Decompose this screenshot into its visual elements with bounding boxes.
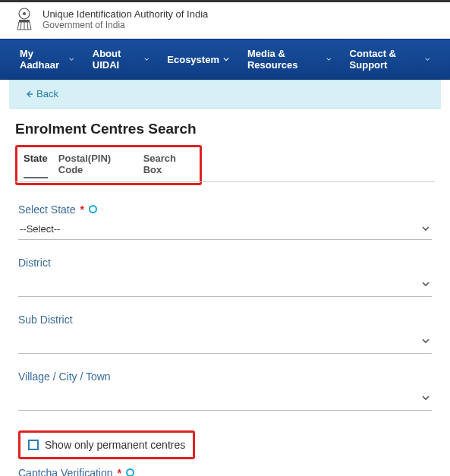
required-icon: * [118,467,121,477]
emblem-icon [14,7,35,31]
select-state[interactable]: --Select-- [18,219,432,240]
tab-pin-code[interactable]: Postal(PIN) Code [58,153,133,178]
svg-line-5 [27,22,28,30]
checkbox-label: Show only permanent centres [45,439,185,451]
site-header: Unique Identification Authority of India… [0,2,450,39]
arrow-left-icon [26,90,33,98]
chevron-down-icon [144,56,149,62]
back-link[interactable]: Back [26,88,58,99]
nav-my-aadhaar[interactable]: My Aadhaar [11,39,83,79]
label-text: Sub District [18,314,73,326]
required-icon: * [80,203,84,216]
select-subdistrict[interactable] [18,329,432,354]
svg-point-1 [23,12,26,15]
chevron-down-icon [326,56,332,62]
field-district: District [18,257,432,297]
chevron-down-icon [223,56,229,62]
select-district[interactable] [18,272,432,297]
chevron-down-icon [421,224,430,233]
help-icon[interactable] [89,205,97,213]
field-state: Select State * --Select-- [18,203,432,240]
nav-label: Contact & Support [350,48,422,71]
label-text: Select State [18,203,76,216]
chevron-down-icon [421,336,430,345]
chevron-down-icon [69,56,74,62]
page-title: Enrolment Centres Search [0,109,450,145]
nav-label: Media & Resources [247,48,323,71]
label-text: Village / City / Town [18,370,111,383]
select-vct[interactable] [18,386,432,411]
captcha-section: Captcha Verification * Type the charater… [18,467,432,477]
checkbox-icon [28,440,39,450]
permanent-highlight-box: Show only permanent centres [18,427,432,459]
chevron-down-icon [425,56,430,62]
nav-label: My Aadhaar [20,48,65,71]
svg-line-3 [20,22,21,30]
nav-ecosystem[interactable]: Ecosystem [158,39,238,79]
tab-search-box[interactable]: Search Box [143,153,194,178]
label-text: District [18,257,51,269]
label-vct: Village / City / Town [18,370,432,383]
org-name: Unique Identification Authority of India [42,8,208,20]
label-subdistrict: Sub District [18,314,432,326]
tabs-highlight-box: State Postal(PIN) Code Search Box [15,145,202,185]
nav-about-uidai[interactable]: About UIDAI [83,39,159,79]
tab-state[interactable]: State [24,153,48,178]
label-state: Select State * [18,203,432,216]
search-tabs: State Postal(PIN) Code Search Box [19,150,198,183]
main-nav: My Aadhaar About UIDAI Ecosystem Media &… [0,39,450,80]
nav-label: About UIDAI [93,48,140,71]
label-text: Captcha Verification [18,467,113,477]
select-value: --Select-- [20,223,60,235]
field-vct: Village / City / Town [18,370,432,411]
chevron-down-icon [421,393,430,402]
search-form: Select State * --Select-- District Sub D… [0,182,450,477]
back-label: Back [36,88,58,99]
nav-media-resources[interactable]: Media & Resources [238,39,341,79]
back-bar: Back [9,80,441,109]
gov-line: Government of India [42,20,208,30]
nav-label: Ecosystem [167,54,219,65]
nav-contact-support[interactable]: Contact & Support [341,39,439,79]
label-district: District [18,257,432,269]
chevron-down-icon [421,279,430,288]
help-icon[interactable] [126,468,134,476]
field-subdistrict: Sub District [18,314,432,354]
label-captcha: Captcha Verification * [18,467,432,477]
checkbox-permanent-only[interactable]: Show only permanent centres [18,430,195,459]
